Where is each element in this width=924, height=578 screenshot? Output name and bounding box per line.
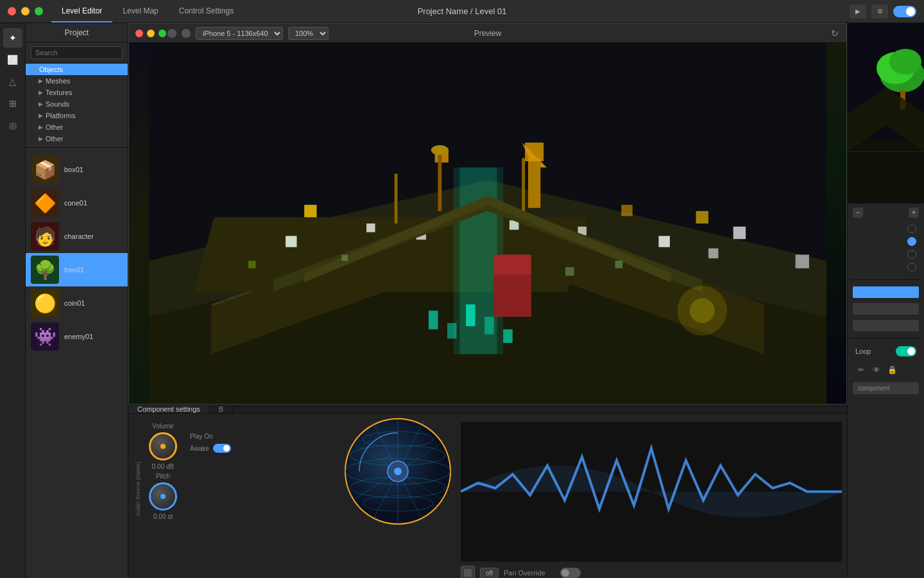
main-toggle[interactable] (893, 6, 916, 17)
asset-item-box01[interactable]: 📦 box01 (26, 153, 128, 186)
asset-name-character: character (64, 232, 94, 240)
preview-max-button[interactable] (158, 30, 166, 37)
tree-item-platforms[interactable]: ▶ Platforms (26, 110, 128, 121)
arrow-icon: ▶ (38, 101, 43, 107)
tab-level-editor[interactable]: Level Editor (51, 0, 112, 22)
loop-row: Loop (850, 344, 921, 359)
radio-1[interactable] (907, 224, 916, 233)
radio-2[interactable] (907, 237, 916, 246)
settings-button[interactable]: ⚙ (871, 4, 888, 19)
asset-item-coin01[interactable]: 🟡 coin01 (26, 286, 128, 320)
refresh-button[interactable]: ↻ (828, 27, 841, 40)
tree-item-other2[interactable]: ▶ Other (26, 133, 128, 144)
right-controls-area: − + (848, 204, 924, 578)
component-label[interactable]: component (853, 382, 919, 394)
volume-label: Volume (152, 423, 173, 430)
plus-button[interactable]: + (909, 207, 919, 218)
arrow-icon: ▶ (38, 78, 43, 84)
svg-rect-9 (366, 223, 375, 232)
awake-toggle[interactable] (213, 444, 231, 453)
preview-scene (129, 43, 846, 404)
toolbar-box-icon[interactable]: ⬜ (3, 50, 22, 69)
volume-value: 0.00 dB (152, 463, 174, 470)
titlebar: Level Editor Level Map Control Settings … (0, 0, 924, 23)
minimize-button[interactable] (21, 7, 30, 15)
preview-close-button[interactable] (135, 30, 143, 37)
asset-name-coin01: coin01 (64, 299, 85, 307)
asset-item-character[interactable]: 🧑 character (26, 220, 128, 253)
arrow-icon: ▼ (31, 66, 37, 73)
toolbar-layers-icon[interactable]: ⊞ (3, 94, 22, 113)
pan-controls: off Pan Override Min & Max Distance 0 5 … (456, 414, 847, 578)
audio-source-label: Audio Source (name) (135, 420, 141, 523)
device-dropdown[interactable]: iPhone 5 - 1136x640 (196, 27, 283, 40)
tree-item-sounds[interactable]: ▶ Sounds (26, 98, 128, 110)
pan-row: off Pan Override (461, 566, 842, 578)
right-blue-bar (853, 286, 919, 298)
preview-titlebar: iPhone 5 - 1136x640 100% Preview ↻ (129, 24, 846, 43)
toolbar-triangle-icon[interactable]: △ (3, 72, 22, 91)
tree-item-other1[interactable]: ▶ Other (26, 121, 128, 133)
eye-icon[interactable]: 👁 (871, 364, 882, 376)
device-dot-1 (167, 29, 176, 38)
right-section-divider (850, 279, 921, 280)
play-on-row: Play On (190, 433, 231, 440)
asset-item-enemy01[interactable]: 👾 enemy01 (26, 320, 128, 353)
tab-b[interactable]: B (210, 405, 233, 413)
close-button[interactable] (8, 7, 16, 15)
svg-point-55 (394, 468, 402, 475)
play-button[interactable]: ▶ (850, 4, 866, 19)
tree-item-objects[interactable]: ▼ Objects (26, 64, 128, 75)
svg-point-29 (431, 145, 449, 155)
project-panel-header: Project (26, 23, 128, 42)
pan-override-toggle[interactable] (560, 568, 581, 578)
volume-knob[interactable] (149, 432, 177, 460)
tab-component-settings[interactable]: Component settings (128, 405, 210, 413)
minus-button[interactable]: − (853, 207, 863, 218)
maximize-button[interactable] (35, 7, 43, 15)
lock-icon[interactable]: 🔒 (886, 364, 898, 376)
pitch-knob[interactable] (149, 482, 177, 511)
search-input[interactable] (31, 46, 123, 59)
preview-title: Preview (474, 29, 502, 38)
svg-rect-34 (525, 143, 543, 161)
asset-item-cone01[interactable]: 🔶 cone01 (26, 186, 128, 220)
toolbar-globe-icon[interactable]: ◎ (3, 116, 22, 135)
svg-rect-26 (494, 274, 531, 317)
asset-name-box01: box01 (64, 166, 83, 173)
preview-min-button[interactable] (147, 30, 155, 37)
tree-item-meshes[interactable]: ▶ Meshes (26, 75, 128, 87)
pencil-icon[interactable]: ✏ (855, 364, 867, 376)
radio-4[interactable] (907, 263, 916, 272)
preview-viewport (129, 43, 846, 404)
asset-item-tree01[interactable]: 🌳 tree01 (26, 253, 128, 286)
svg-rect-23 (466, 304, 475, 326)
right-gray-bar-1 (853, 303, 919, 315)
tab-level-map[interactable]: Level Map (112, 0, 168, 22)
toolbar-cursor-icon[interactable]: ✦ (3, 28, 22, 48)
zoom-dropdown[interactable]: 100% (288, 27, 329, 40)
audio-source-wrap: Audio Source (name) Volume 0.00 dB Pitch (135, 420, 327, 523)
svg-rect-37 (248, 261, 256, 268)
svg-rect-38 (341, 254, 348, 261)
awake-label: Awake (190, 445, 209, 452)
arrow-icon: ▶ (38, 136, 43, 142)
svg-rect-19 (696, 211, 708, 223)
svg-rect-28 (438, 149, 441, 211)
window-controls (8, 7, 43, 15)
pitch-value: 0.00 st (153, 513, 173, 520)
svg-rect-22 (447, 323, 457, 338)
left-toolbar: ✦ ⬜ △ ⊞ ◎ (0, 23, 26, 578)
right-scene-preview (848, 23, 924, 203)
asset-name-enemy01: enemy01 (64, 333, 93, 340)
volume-knob-indicator (160, 444, 166, 449)
volume-knob-group: Volume 0.00 dB Pitch 0.00 st (149, 423, 177, 520)
pan-off-button[interactable]: off (480, 568, 499, 579)
tab-control-settings[interactable]: Control Settings (169, 0, 244, 22)
radio-3[interactable] (907, 250, 916, 259)
loop-toggle[interactable] (896, 346, 916, 356)
right-preview-svg (848, 23, 924, 203)
component-settings-area: Audio Source (name) Volume 0.00 dB Pitch (128, 414, 334, 578)
pan-square-button[interactable] (461, 566, 475, 578)
tree-item-textures[interactable]: ▶ Textures (26, 87, 128, 98)
